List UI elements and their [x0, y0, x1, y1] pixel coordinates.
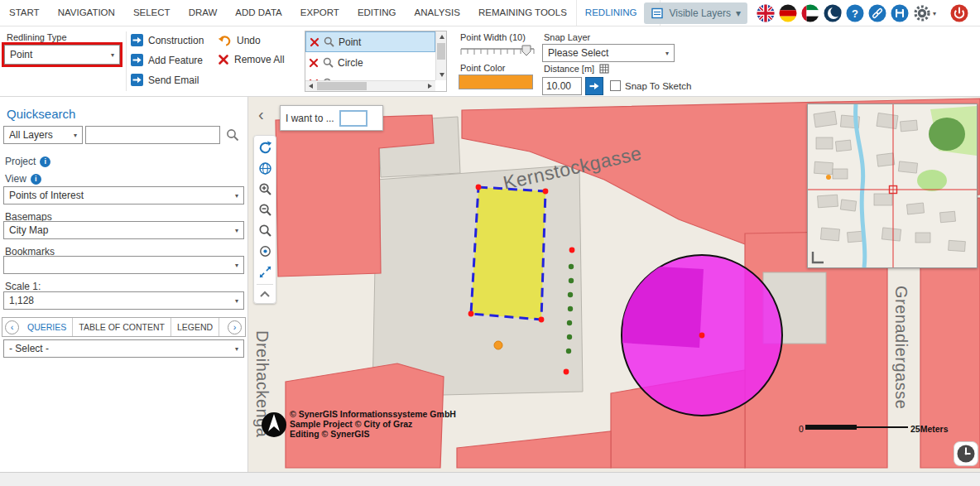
overview-hill [929, 118, 965, 151]
shape-row-circle[interactable]: Circle [305, 52, 435, 73]
language-german-flag-icon[interactable] [779, 4, 797, 22]
zoom-to-icon[interactable] [324, 36, 334, 47]
logout-power-icon[interactable] [950, 4, 968, 22]
zoom-out-button[interactable] [254, 200, 276, 220]
redlining-type-dropdown[interactable]: Point ▾ [4, 45, 120, 65]
point-color-swatch[interactable] [459, 75, 533, 89]
tab-navigation[interactable]: NAVIGATION [49, 0, 124, 26]
scrollbar-thumb[interactable] [437, 43, 445, 60]
i-want-to-input[interactable] [339, 110, 368, 127]
overview-green [917, 170, 947, 191]
add-feature-button[interactable]: Add Feature [131, 54, 203, 66]
scroll-up-arrow[interactable] [436, 31, 447, 42]
view-dropdown[interactable]: Points of Interest ▾ [3, 186, 244, 205]
tabs-scroll-right-button[interactable]: › [228, 320, 242, 334]
remove-all-button[interactable]: Remove All [218, 54, 285, 65]
send-email-button[interactable]: Send Email [131, 74, 199, 86]
full-extent-button[interactable] [254, 262, 276, 282]
snap-to-sketch-checkbox-row[interactable]: Snap To Sketch [610, 80, 691, 91]
slider-handle[interactable] [522, 46, 531, 55]
tab-start[interactable]: START [0, 0, 49, 26]
basemaps-value: City Map [9, 224, 48, 236]
time-slider-button[interactable] [954, 441, 978, 466]
toolbar-divider [257, 284, 273, 285]
search-icon[interactable] [226, 128, 239, 142]
tab-table-of-content[interactable]: TABLE OF CONTENT [72, 318, 171, 336]
quicksearch-title[interactable]: Quicksearch [7, 107, 75, 121]
snap-layer-dropdown[interactable]: Please Select ▾ [542, 44, 675, 62]
i-want-to-widget[interactable]: I want to ... [280, 105, 383, 131]
shape-row-partial[interactable] [305, 73, 435, 80]
vertex-point[interactable] [468, 311, 474, 317]
toolbar-collapse-button[interactable] [254, 286, 276, 301]
target-dot-icon [257, 243, 273, 259]
scroll-right-arrow[interactable] [425, 81, 435, 92]
apply-distance-button[interactable] [585, 77, 603, 95]
scale-value: 1,128 [9, 295, 34, 306]
zoom-in-button[interactable] [254, 179, 276, 200]
tabs-scroll-left-button[interactable]: ‹ [5, 320, 19, 334]
point-width-slider[interactable] [459, 44, 536, 60]
tab-queries[interactable]: QUERIES [22, 318, 72, 336]
tab-add-data[interactable]: ADD DATA [226, 0, 291, 26]
vertex-point[interactable] [476, 185, 482, 190]
refresh-icon [257, 140, 273, 156]
tab-clipped[interactable]: L [219, 318, 225, 336]
info-icon[interactable]: i [40, 156, 50, 167]
delete-x-icon[interactable] [310, 37, 319, 47]
calculator-grid-icon[interactable] [599, 64, 609, 74]
tab-export[interactable]: EXPORT [291, 0, 348, 26]
share-link-icon[interactable] [868, 4, 886, 22]
scroll-down-arrow[interactable] [436, 70, 447, 80]
scroll-left-arrow[interactable] [305, 81, 316, 92]
locate-position-button[interactable] [254, 241, 276, 262]
vertex-point[interactable] [564, 369, 569, 375]
circle-center-vertex[interactable] [699, 333, 705, 339]
overview-map[interactable] [807, 103, 978, 268]
search-layer-filter-dropdown[interactable]: All Layers ▾ [3, 126, 83, 144]
basemaps-dropdown[interactable]: City Map ▾ [3, 221, 244, 239]
zoom-window-button[interactable] [254, 220, 276, 241]
construction-button[interactable]: Construction [131, 34, 204, 46]
vertical-scrollbar[interactable] [435, 31, 446, 80]
tab-editing[interactable]: EDITING [348, 0, 406, 26]
zoom-to-icon[interactable] [323, 57, 334, 68]
night-mode-moon-icon[interactable] [824, 4, 842, 22]
panel-collapse-chevron[interactable]: ‹ [258, 106, 264, 123]
language-arabic-flag-icon[interactable] [801, 4, 819, 22]
refresh-map-button[interactable] [254, 137, 276, 158]
tab-select[interactable]: SELECT [124, 0, 180, 26]
quicksearch-input[interactable] [85, 126, 220, 144]
tab-remaining-tools[interactable]: REMAINING TOOLS [469, 0, 576, 26]
shape-row-point[interactable]: Point [305, 31, 435, 52]
globe-extent-button[interactable] [254, 158, 276, 179]
redline-point-sketch[interactable] [494, 341, 502, 349]
tab-legend[interactable]: LEGEND [171, 318, 219, 336]
vertex-point[interactable] [539, 317, 545, 323]
query-select-dropdown[interactable]: - Select - ▾ [3, 339, 244, 358]
language-english-flag-icon[interactable] [757, 4, 775, 22]
left-panel: Quicksearch All Layers ▾ Project i View … [0, 97, 248, 472]
map-viewport[interactable]: Kernstockgasse Dreihackenga Grenadiergas… [248, 97, 980, 472]
info-icon[interactable]: i [31, 174, 41, 185]
distance-input[interactable] [542, 77, 582, 95]
tab-analysis[interactable]: ANALYSIS [406, 0, 469, 26]
gear-icon [913, 4, 931, 22]
help-icon[interactable]: ? [846, 4, 864, 22]
undo-button[interactable]: Undo [218, 34, 261, 47]
visible-layers-button[interactable]: Visible Layers ▾ [644, 2, 747, 24]
snap-to-sketch-checkbox[interactable] [610, 80, 621, 91]
redline-rectangle-sketch[interactable] [471, 187, 545, 320]
scale-dropdown[interactable]: 1,128 ▾ [3, 291, 244, 310]
ribbon-separator [126, 31, 127, 91]
layers-dialog-icon [651, 7, 664, 20]
vertex-point[interactable] [569, 248, 575, 253]
settings-gear-button[interactable]: ▾ [913, 4, 936, 22]
horizontal-scrollbar[interactable] [305, 80, 435, 91]
delete-x-icon[interactable] [309, 58, 319, 68]
tab-draw[interactable]: DRAW [180, 0, 227, 26]
vertex-point[interactable] [543, 189, 549, 195]
scrollbar-thumb[interactable] [317, 82, 367, 90]
bookmarks-dropdown[interactable]: ▾ [3, 256, 244, 274]
save-icon[interactable] [891, 4, 909, 22]
